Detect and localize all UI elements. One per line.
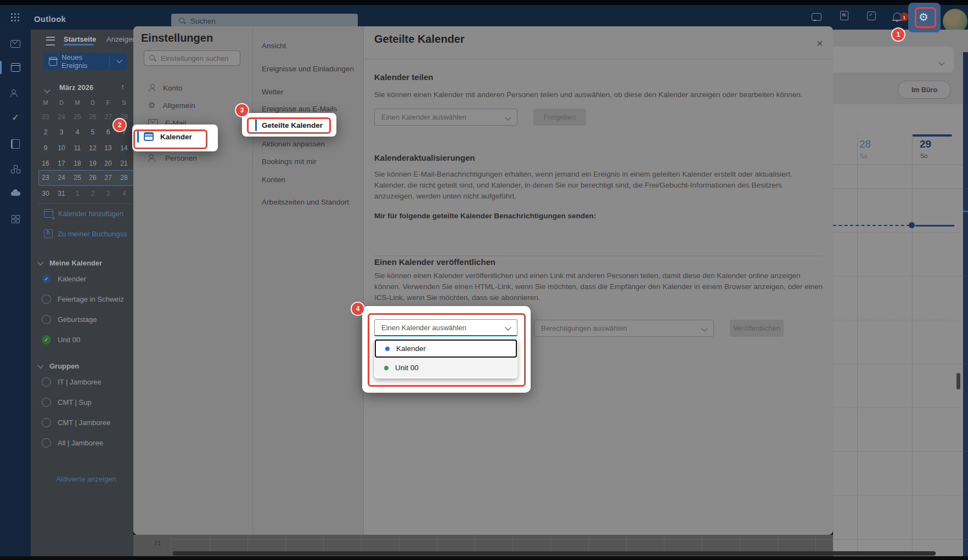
calendar-list-item[interactable]: CMT | Sup [42,398,92,407]
calendar-list-item[interactable]: All | Jamboree [42,438,103,448]
permissions-select[interactable]: Berechtigungen auswählen [534,320,714,337]
minical-collapse-icon[interactable] [45,84,49,94]
minical-day[interactable]: 3 [54,127,69,138]
calendar-list-item[interactable]: CMT | Jamboree [42,418,110,427]
day-number[interactable]: 28 [859,138,871,150]
hour-label: 21 [154,540,161,546]
minical-day[interactable]: 2 [38,127,53,138]
minical-day[interactable]: 4 [117,188,131,199]
minical-day[interactable]: 9 [38,143,53,154]
settings-subnav-item[interactable]: Ansicht [262,42,286,50]
settings-subnav-item[interactable]: Aktionen anpassen [262,140,325,148]
minical-prev-icon[interactable]: ↑ [121,82,125,91]
people-icon[interactable] [0,83,31,103]
minical-day[interactable]: 23 [38,111,53,122]
minical-day[interactable]: 14 [117,143,131,154]
close-icon[interactable]: × [813,36,827,50]
todo-icon[interactable]: ✓ [0,108,31,127]
settings-nav-konto[interactable]: Konto [133,80,252,96]
group-header[interactable]: Gruppen [38,362,79,370]
settings-subnav-item[interactable]: Ereignisse aus E-Mails [262,105,337,113]
minical-day[interactable]: 21 [117,158,131,169]
settings-subnav-item[interactable]: Konten [262,176,285,184]
settings-search-input[interactable]: Einstellungen suchen [144,50,240,66]
apps-icon[interactable] [0,209,31,229]
chat-icon[interactable] [812,12,823,23]
settings-subnav-item[interactable]: Bookings mit mir [262,157,317,166]
group-header[interactable]: Meine Kalender [38,259,102,267]
minical-day[interactable]: 17 [54,158,69,169]
minical-title[interactable]: März 2026 [59,83,93,92]
tab-anzeigen[interactable]: Anzeigen [106,35,133,43]
app-rail: ✓ [0,30,31,556]
minical-day[interactable]: 11 [70,143,85,154]
show-enabled-link[interactable]: Aktivierte anzeigen [56,475,116,483]
calendar-checkbox[interactable] [42,398,51,407]
minical-day[interactable]: 25 [70,111,85,122]
vertical-scrollbar[interactable] [956,373,960,389]
share-calendar-select[interactable]: Einen Kalender auswählen [374,109,517,126]
minical-day[interactable]: 3 [101,188,115,199]
tab-startseite[interactable]: Startseite [64,35,96,43]
minical-day[interactable]: 31 [54,188,69,199]
calendar-checkbox[interactable]: ✓ [42,274,51,284]
minical-day[interactable]: 30 [38,188,53,199]
minical-day[interactable]: 19 [86,158,100,169]
calendar-list-item[interactable]: Geburtstage [42,315,97,324]
view-dropdown-chevron-icon[interactable] [939,57,944,67]
minical-day[interactable]: 26 [86,111,100,122]
new-event-button[interactable]: Neues Ereignis [43,53,127,70]
minical-day[interactable]: 20 [101,158,115,169]
settings-subnav-item[interactable]: Wetter [262,88,284,96]
settings-nav-allgemein[interactable]: ⚙Allgemein [133,97,252,114]
tasks-icon[interactable] [867,12,878,22]
minical-day[interactable]: 12 [86,143,100,154]
onenote-icon[interactable] [840,11,851,22]
calendar-list-item[interactable]: Feiertage in Schweiz [42,295,124,304]
minical-day[interactable]: 1 [70,188,85,199]
calendar-checkbox[interactable] [42,315,51,324]
hamburger-icon[interactable] [46,37,55,46]
calendar-checkbox[interactable]: ✓ [42,335,51,344]
add-calendar-link[interactable]: Kalender hinzufügen [44,209,123,218]
coach-box-1 [915,7,936,28]
calendar-checkbox[interactable] [42,377,51,387]
share-button[interactable]: Freigeben [533,109,586,126]
mail-icon[interactable] [0,34,31,54]
calendar-checkbox[interactable] [42,295,51,304]
minical-day[interactable]: 13 [101,143,115,154]
horizontal-scrollbar[interactable] [173,551,936,556]
app-launcher-icon[interactable] [11,13,20,22]
chevron-down-icon [505,114,511,120]
calendar-list-item[interactable]: ✓Kalender [42,274,86,284]
calendar-list-item[interactable]: ✓Unit 00 [42,335,80,344]
chevron-down-icon[interactable] [116,58,122,64]
org-icon[interactable] [0,159,31,179]
settings-subnav-item[interactable]: Ereignisse und Einladungen [262,65,354,73]
publish-button[interactable]: Veröffentlichen [730,320,784,337]
calendar-icon[interactable] [0,58,31,77]
minical-day[interactable]: 5 [86,127,100,138]
status-pill[interactable]: Im Büro [898,81,951,99]
notifications-count-badge: 1 [900,13,909,21]
calendar-checkbox[interactable] [42,438,51,448]
notes-icon[interactable] [0,134,31,154]
sidebar-divider [38,203,133,204]
settings-subnav-item[interactable]: Arbeitszeiten und Standort [262,198,349,206]
settings-nav-personen[interactable]: Personen [133,150,252,166]
minical-day[interactable]: 10 [54,143,69,154]
calendar-checkbox[interactable] [42,418,51,427]
minical-day[interactable]: 18 [70,158,85,169]
minical-day[interactable]: 24 [54,111,69,122]
share-description: Sie können einen Kalender mit anderen Pe… [374,89,823,100]
minical-day[interactable]: 6 [101,127,115,138]
minical-day[interactable]: 4 [70,127,85,138]
bookings-page-link[interactable]: Zu meiner Buchungss [44,229,127,238]
minical-day[interactable]: 27 [101,111,115,122]
cloud-icon[interactable] [0,184,31,203]
minical-day[interactable]: 2 [86,188,100,199]
minical-day[interactable]: 16 [38,158,53,169]
nav-divider-1 [252,26,253,535]
calendar-list-item[interactable]: IT | Jamboree [42,377,102,387]
day-number-today[interactable]: 29 [920,138,931,150]
